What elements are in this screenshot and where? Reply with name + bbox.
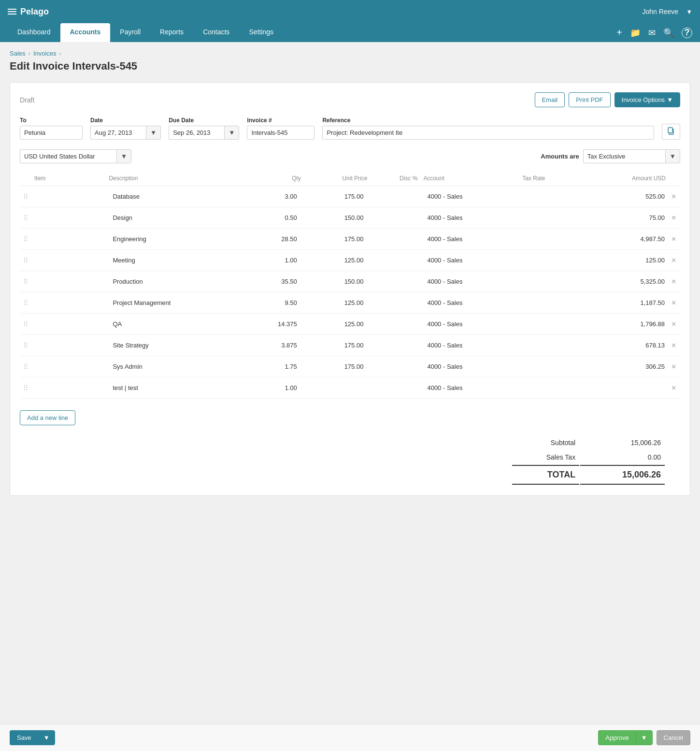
drag-handle[interactable]: ⠿: [20, 186, 31, 207]
add-icon[interactable]: +: [616, 27, 622, 38]
tax-rate-cell[interactable]: [519, 250, 602, 271]
drag-handle[interactable]: ⠿: [20, 356, 31, 377]
unit-price-cell[interactable]: [304, 314, 371, 335]
tab-settings[interactable]: Settings: [239, 23, 283, 42]
description-cell[interactable]: [106, 229, 245, 250]
remove-cell[interactable]: ×: [669, 207, 680, 229]
unit-price-cell[interactable]: [304, 356, 371, 377]
remove-cell[interactable]: ×: [669, 186, 680, 207]
tax-rate-cell[interactable]: [519, 356, 602, 377]
disc-cell[interactable]: [370, 292, 420, 314]
unit-price-cell[interactable]: [304, 186, 371, 207]
remove-cell[interactable]: ×: [669, 250, 680, 271]
due-date-input[interactable]: [169, 126, 224, 140]
disc-cell[interactable]: [370, 314, 420, 335]
qty-cell[interactable]: [245, 377, 304, 399]
breadcrumb-invoices[interactable]: Invoices: [33, 50, 57, 57]
copy-button[interactable]: [662, 124, 680, 140]
mail-icon[interactable]: ✉: [648, 28, 656, 38]
drag-handle[interactable]: ⠿: [20, 229, 31, 250]
qty-cell[interactable]: [245, 335, 304, 356]
search-icon[interactable]: 🔍: [663, 28, 674, 38]
qty-cell[interactable]: [245, 229, 304, 250]
drag-handle[interactable]: ⠿: [20, 207, 31, 229]
amounts-dropdown-button[interactable]: ▼: [665, 149, 680, 163]
save-dropdown-button[interactable]: ▼: [38, 730, 55, 745]
due-date-picker-button[interactable]: ▼: [224, 126, 239, 140]
folder-icon[interactable]: 📁: [630, 28, 641, 38]
item-cell[interactable]: [31, 186, 106, 207]
item-cell[interactable]: [31, 292, 106, 314]
drag-handle[interactable]: ⠿: [20, 335, 31, 356]
save-button[interactable]: Save: [10, 730, 38, 745]
item-cell[interactable]: [31, 271, 106, 292]
tab-reports[interactable]: Reports: [150, 23, 193, 42]
disc-cell[interactable]: [370, 186, 420, 207]
tab-dashboard[interactable]: Dashboard: [8, 23, 60, 42]
item-cell[interactable]: [31, 314, 106, 335]
help-icon[interactable]: ?: [682, 28, 692, 38]
amounts-input[interactable]: [583, 149, 665, 163]
item-cell[interactable]: [31, 207, 106, 229]
account-cell[interactable]: [420, 356, 519, 377]
currency-dropdown-button[interactable]: ▼: [116, 149, 131, 163]
tab-payroll[interactable]: Payroll: [110, 23, 150, 42]
user-dropdown-icon[interactable]: ▼: [686, 8, 692, 15]
drag-handle[interactable]: ⠿: [20, 271, 31, 292]
remove-cell[interactable]: ×: [669, 314, 680, 335]
tax-rate-cell[interactable]: [519, 335, 602, 356]
unit-price-cell[interactable]: [304, 207, 371, 229]
to-input[interactable]: [20, 126, 83, 140]
item-cell[interactable]: [31, 335, 106, 356]
remove-row-button[interactable]: ×: [671, 256, 676, 265]
remove-row-button[interactable]: ×: [671, 214, 676, 222]
breadcrumb-sales[interactable]: Sales: [10, 50, 26, 57]
tax-rate-cell[interactable]: [519, 207, 602, 229]
disc-cell[interactable]: [370, 229, 420, 250]
description-cell[interactable]: [106, 271, 245, 292]
remove-row-button[interactable]: ×: [671, 320, 676, 329]
item-cell[interactable]: [31, 356, 106, 377]
disc-cell[interactable]: [370, 335, 420, 356]
invoice-num-input[interactable]: [247, 126, 314, 140]
date-picker-button[interactable]: ▼: [146, 126, 161, 140]
reference-input[interactable]: [322, 126, 654, 140]
unit-price-cell[interactable]: [304, 377, 371, 399]
tax-rate-cell[interactable]: [519, 314, 602, 335]
item-cell[interactable]: [31, 229, 106, 250]
unit-price-cell[interactable]: [304, 271, 371, 292]
unit-price-cell[interactable]: [304, 335, 371, 356]
tax-rate-cell[interactable]: [519, 186, 602, 207]
approve-button[interactable]: Approve: [598, 730, 635, 745]
account-cell[interactable]: [420, 292, 519, 314]
qty-cell[interactable]: [245, 207, 304, 229]
email-button[interactable]: Email: [535, 92, 565, 107]
tab-contacts[interactable]: Contacts: [193, 23, 239, 42]
description-cell[interactable]: [106, 335, 245, 356]
disc-cell[interactable]: [370, 207, 420, 229]
remove-row-button[interactable]: ×: [671, 277, 676, 286]
remove-cell[interactable]: ×: [669, 292, 680, 314]
remove-cell[interactable]: ×: [669, 356, 680, 377]
remove-cell[interactable]: ×: [669, 271, 680, 292]
drag-handle[interactable]: ⠿: [20, 314, 31, 335]
drag-handle[interactable]: ⠿: [20, 377, 31, 399]
drag-handle[interactable]: ⠿: [20, 292, 31, 314]
qty-cell[interactable]: [245, 292, 304, 314]
tax-rate-cell[interactable]: [519, 292, 602, 314]
qty-cell[interactable]: [245, 271, 304, 292]
menu-hamburger-icon[interactable]: [8, 9, 16, 14]
invoice-options-button[interactable]: Invoice Options ▼: [614, 92, 680, 107]
remove-cell[interactable]: ×: [669, 377, 680, 399]
qty-cell[interactable]: [245, 314, 304, 335]
description-cell[interactable]: [106, 186, 245, 207]
remove-row-button[interactable]: ×: [671, 362, 676, 371]
account-cell[interactable]: [420, 229, 519, 250]
remove-row-button[interactable]: ×: [671, 192, 676, 201]
account-cell[interactable]: [420, 377, 519, 399]
description-cell[interactable]: [106, 292, 245, 314]
remove-row-button[interactable]: ×: [671, 235, 676, 244]
currency-input[interactable]: [20, 149, 116, 163]
account-cell[interactable]: [420, 186, 519, 207]
disc-cell[interactable]: [370, 377, 420, 399]
